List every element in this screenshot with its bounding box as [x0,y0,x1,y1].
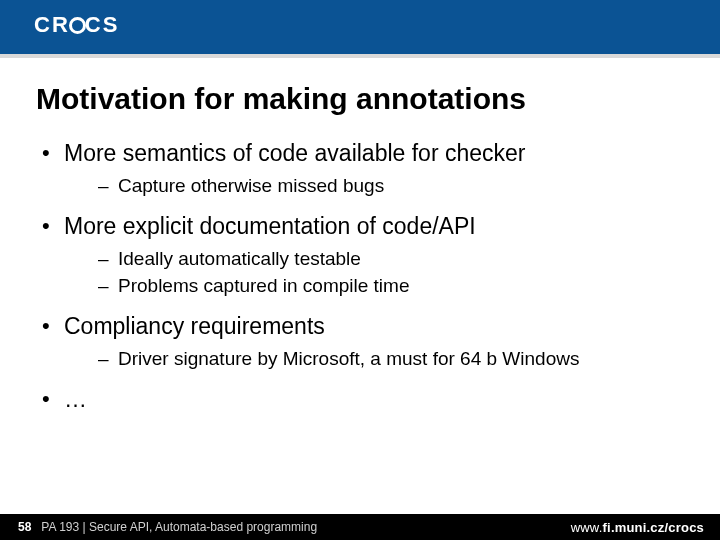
url-main: fi.muni.cz/crocs [603,520,704,535]
bullet-text: … [64,386,87,412]
sub-list: Driver signature by Microsoft, a must fo… [64,346,684,372]
sub-bullet-text: Capture otherwise missed bugs [118,175,384,196]
bullet-text: More semantics of code available for che… [64,140,526,166]
list-item: More explicit documentation of code/API … [36,211,684,299]
logo-ring-icon [69,17,86,34]
sub-bullet-text: Ideally automatically testable [118,248,361,269]
list-item: … [36,384,684,415]
list-item: Problems captured in compile time [64,273,684,299]
sub-bullet-text: Problems captured in compile time [118,275,409,296]
logo-text-suffix: CS [85,12,120,37]
header-band: CRCS [0,0,720,54]
list-item: Driver signature by Microsoft, a must fo… [64,346,684,372]
bullet-text: More explicit documentation of code/API [64,213,476,239]
footer-url: www.fi.muni.cz/crocs [571,520,720,535]
page-number: 58 [0,520,41,534]
crocs-logo: CRCS [34,12,119,38]
course-label: PA 193 | Secure API, Automata-based prog… [41,520,317,534]
sub-list: Capture otherwise missed bugs [64,173,684,199]
footer-bar: 58 PA 193 | Secure API, Automata-based p… [0,514,720,540]
bullet-text: Compliancy requirements [64,313,325,339]
list-item: Capture otherwise missed bugs [64,173,684,199]
url-prefix: www. [571,520,603,535]
list-item: Compliancy requirements Driver signature… [36,311,684,372]
content-area: Motivation for making annotations More s… [0,54,720,415]
slide: CRCS Motivation for making annotations M… [0,0,720,540]
slide-title: Motivation for making annotations [36,82,684,116]
sub-list: Ideally automatically testable Problems … [64,246,684,299]
sub-bullet-text: Driver signature by Microsoft, a must fo… [118,348,579,369]
logo-text-prefix: CR [34,12,70,37]
list-item: Ideally automatically testable [64,246,684,272]
list-item: More semantics of code available for che… [36,138,684,199]
bullet-list: More semantics of code available for che… [36,138,684,415]
